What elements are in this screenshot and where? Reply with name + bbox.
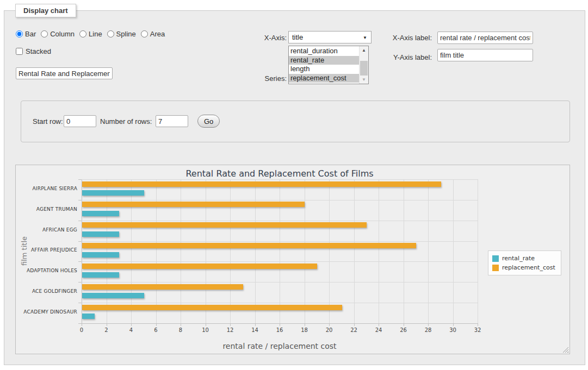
- bar-replacement_cost[interactable]: [82, 202, 305, 207]
- x-tick-label: 2: [104, 327, 108, 333]
- x-tick-label: 30: [449, 327, 456, 333]
- gridline-x: [107, 179, 107, 323]
- bar-rental_rate[interactable]: [82, 190, 144, 196]
- bar-rental_rate[interactable]: [82, 252, 119, 258]
- bar-replacement_cost[interactable]: [82, 284, 243, 290]
- chart-type-option-column[interactable]: Column: [41, 30, 75, 38]
- x-tick-label: 32: [474, 327, 481, 333]
- scrollbar-thumb[interactable]: [360, 61, 368, 76]
- x-axis-label-label: X-Axis label:: [372, 34, 432, 42]
- x-tick-label: 12: [227, 327, 234, 333]
- series-listbox[interactable]: rental_durationrental_ratelengthreplacem…: [288, 46, 369, 84]
- bar-rental_rate[interactable]: [82, 313, 95, 319]
- radio-label: Area: [150, 30, 165, 38]
- scroll-up-icon[interactable]: ▲: [360, 46, 368, 54]
- gridline-y: [82, 282, 478, 283]
- x-axis-label-input[interactable]: [437, 32, 533, 44]
- legend-item-replacement_cost[interactable]: replacement_cost: [492, 264, 555, 272]
- gridline-y: [82, 179, 478, 180]
- chart-title-input[interactable]: [16, 67, 113, 79]
- bar-replacement_cost[interactable]: [82, 181, 441, 187]
- bar-replacement_cost[interactable]: [82, 222, 367, 228]
- x-tick-label: 24: [375, 327, 382, 333]
- series-option-rental_rate[interactable]: rental_rate: [289, 56, 359, 65]
- legend-swatch: [492, 265, 499, 271]
- row-range-panel: Start row: Number of rows: Go: [21, 101, 570, 142]
- start-row-input[interactable]: [64, 115, 96, 127]
- x-tick-label: 18: [301, 327, 308, 333]
- bar-replacement_cost[interactable]: [82, 264, 317, 269]
- x-tick-label: 4: [129, 327, 133, 333]
- radio-area[interactable]: [141, 30, 148, 37]
- y-axis-label-label: Y-Axis label:: [372, 53, 432, 61]
- chart-type-option-area[interactable]: Area: [141, 30, 165, 38]
- stacked-checkbox-row[interactable]: Stacked: [16, 47, 51, 55]
- radio-line[interactable]: [79, 30, 86, 37]
- gridline-x: [156, 179, 157, 323]
- number-of-rows-input[interactable]: [156, 115, 188, 127]
- x-axis-select-label: X-Axis:: [224, 34, 287, 42]
- start-row-label: Start row:: [33, 117, 63, 126]
- x-tick-label: 20: [326, 327, 333, 333]
- chart-type-radios: BarColumnLineSplineArea: [16, 30, 170, 38]
- gridline-y: [82, 241, 478, 242]
- series-option-replacement_cost[interactable]: replacement_cost: [289, 74, 359, 83]
- x-tick-label: 10: [202, 327, 209, 333]
- radio-spline[interactable]: [107, 30, 114, 37]
- radio-label: Line: [89, 30, 102, 38]
- chart-type-option-line[interactable]: Line: [79, 30, 102, 38]
- display-chart-panel: BarColumnLineSplineArea Stacked X-Axis: …: [4, 10, 585, 365]
- bar-rental_rate[interactable]: [82, 211, 119, 216]
- legend-label: rental_rate: [502, 255, 535, 262]
- chevron-down-icon: ▼: [363, 35, 367, 40]
- category-label: AFFAIR PREJUDICE: [17, 240, 77, 261]
- category-label: AGENT TRUMAN: [17, 199, 77, 220]
- series-select-label: Series:: [224, 74, 287, 83]
- gridline-x: [206, 179, 206, 323]
- stacked-checkbox[interactable]: [16, 48, 23, 55]
- listbox-scrollbar[interactable]: ▲ ▼: [359, 46, 368, 84]
- chart-type-option-bar[interactable]: Bar: [16, 30, 36, 38]
- go-button[interactable]: Go: [197, 115, 220, 128]
- gridline-x: [131, 179, 132, 323]
- x-tick-label: 0: [80, 327, 83, 333]
- resize-handle-icon[interactable]: [562, 347, 568, 353]
- bar-rental_rate[interactable]: [82, 293, 144, 298]
- gridline-y: [82, 303, 478, 303]
- x-tick-label: 14: [251, 327, 258, 333]
- tick-mark-x: [478, 323, 478, 326]
- gridline-x: [181, 179, 181, 323]
- gridline-x: [305, 179, 305, 323]
- panel-title: Display chart: [15, 4, 76, 17]
- gridline-x: [255, 179, 256, 323]
- chart-type-option-spline[interactable]: Spline: [107, 30, 136, 38]
- gridline-y: [82, 323, 478, 324]
- y-axis-label-input[interactable]: [437, 49, 533, 61]
- radio-column[interactable]: [41, 30, 48, 37]
- gridline-x: [379, 179, 379, 323]
- chart-legend: rental_ratereplacement_cost: [488, 250, 561, 275]
- gridline-x: [453, 179, 454, 323]
- x-axis-selected-value: title: [292, 33, 303, 41]
- gridline-y: [82, 221, 478, 221]
- gridline-x: [329, 179, 330, 323]
- series-option-length[interactable]: length: [289, 65, 359, 74]
- legend-item-rental_rate[interactable]: rental_rate: [492, 254, 555, 262]
- bar-replacement_cost[interactable]: [82, 243, 416, 248]
- x-tick-label: 8: [179, 327, 182, 333]
- category-label: ACE GOLDFINGER: [17, 281, 77, 302]
- x-tick-label: 22: [350, 327, 357, 333]
- radio-label: Column: [50, 30, 75, 38]
- x-tick-label: 28: [425, 327, 432, 333]
- x-axis-select[interactable]: title ▼: [288, 31, 372, 43]
- radio-bar[interactable]: [16, 30, 23, 37]
- bar-rental_rate[interactable]: [82, 272, 119, 278]
- chart-title: Rental Rate and Replacement Cost of Film…: [16, 168, 543, 179]
- bar-rental_rate[interactable]: [82, 231, 119, 237]
- bar-replacement_cost[interactable]: [82, 305, 342, 310]
- gridline-x: [428, 179, 429, 323]
- scroll-down-icon[interactable]: ▼: [360, 76, 368, 84]
- category-label: ADAPTATION HOLES: [17, 260, 77, 281]
- series-option-rental_duration[interactable]: rental_duration: [289, 47, 359, 56]
- gridline-x: [354, 179, 355, 323]
